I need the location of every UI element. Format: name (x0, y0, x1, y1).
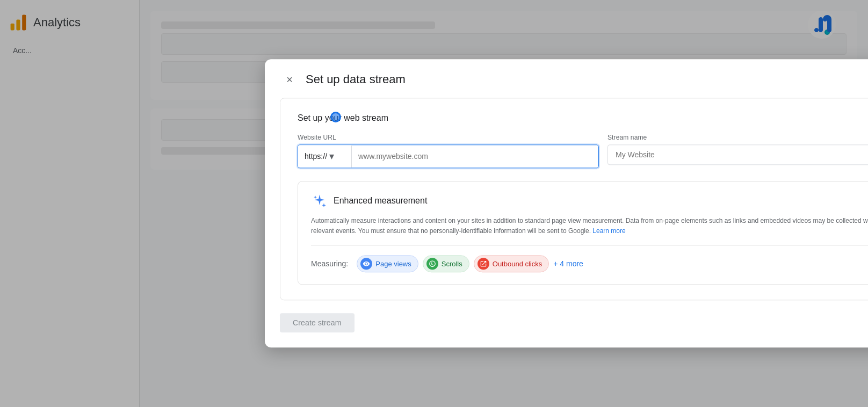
measuring-label: Measuring: (311, 260, 348, 268)
cursor-indicator (330, 112, 341, 122)
pageviews-icon (360, 258, 372, 270)
chevron-down-icon: ▾ (329, 150, 334, 162)
web-stream-form-card: Set up your web stream Website URL https… (280, 98, 868, 300)
enhanced-divider (311, 245, 868, 246)
stream-name-label: Stream name (607, 134, 868, 141)
url-text-input[interactable] (352, 147, 598, 166)
outbound-clicks-icon (478, 258, 489, 270)
protocol-value: https:// (305, 152, 327, 161)
protocol-select[interactable]: https:// ▾ (298, 145, 352, 168)
form-card-title: Set up your web stream (298, 113, 868, 123)
learn-more-link[interactable]: Learn more (592, 228, 625, 235)
chip-scrolls-label: Scrolls (442, 260, 462, 268)
stream-name-group: Stream name (607, 134, 868, 165)
create-stream-button[interactable]: Create stream (280, 314, 355, 333)
modal-header: × Set up data stream (265, 59, 868, 98)
enhanced-measurement-title: Enhanced measurement (334, 196, 427, 206)
modal-body: Set up your web stream Website URL https… (265, 98, 868, 347)
website-url-group: Website URL https:// ▾ (298, 134, 599, 168)
scrolls-icon (426, 258, 438, 270)
chip-scrolls: Scrolls (423, 256, 469, 273)
enhanced-measurement-header: Enhanced measurement (311, 192, 868, 209)
measuring-chips: Page views Scrolls (357, 256, 868, 273)
chip-outbound-clicks: Outbound clicks (474, 256, 549, 273)
sparkle-icon (311, 192, 328, 209)
url-input-row[interactable]: https:// ▾ (298, 144, 599, 168)
stream-name-input[interactable] (607, 144, 868, 165)
chip-pageviews-label: Page views (375, 260, 411, 268)
website-url-label: Website URL (298, 134, 599, 141)
modal-close-button[interactable]: × (280, 70, 299, 89)
chip-pageviews: Page views (357, 256, 418, 273)
enhanced-measurement-card: Enhanced measurement Automatically measu… (298, 181, 868, 285)
measuring-row: Measuring: Page views (311, 255, 868, 274)
setup-data-stream-modal: × Set up data stream Set up your web str… (265, 59, 868, 347)
enhanced-title-row: Enhanced measurement (311, 192, 427, 209)
modal-title: Set up data stream (306, 72, 406, 86)
url-name-form-row: Website URL https:// ▾ Stream name (298, 134, 868, 168)
more-metrics-link[interactable]: + 4 more (553, 260, 583, 268)
chip-outbound-clicks-label: Outbound clicks (493, 260, 542, 268)
enhanced-measurement-description: Automatically measure interactions and c… (311, 216, 868, 236)
